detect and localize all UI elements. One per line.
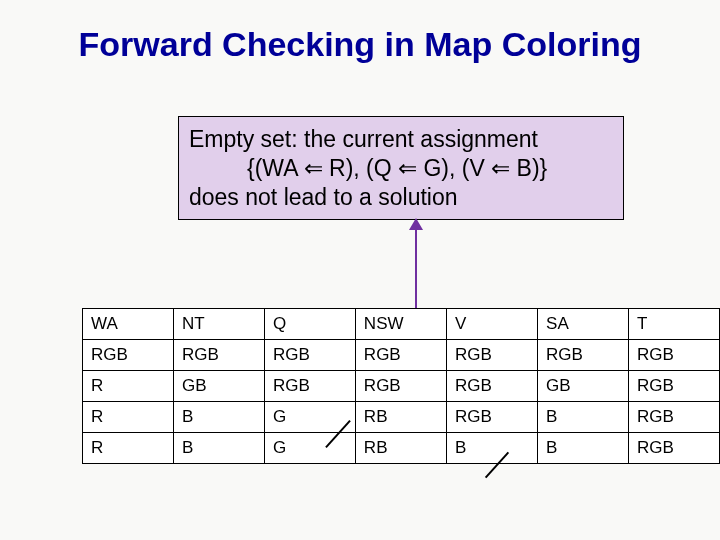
table-header-row: WA NT Q NSW V SA T	[83, 309, 720, 340]
cell: R	[83, 371, 174, 402]
callout-line-2: {(WA ⇐ R), (Q ⇐ G), (V ⇐ B)}	[189, 154, 613, 183]
table-row: R B G RB RGB B RGB	[83, 402, 720, 433]
th-nt: NT	[173, 309, 264, 340]
slide: Forward Checking in Map Coloring Empty s…	[0, 0, 720, 540]
cell: G	[264, 433, 355, 464]
callout-box: Empty set: the current assignment {(WA ⇐…	[178, 116, 624, 220]
th-sa: SA	[538, 309, 629, 340]
th-q: Q	[264, 309, 355, 340]
domain-table: WA NT Q NSW V SA T RGB RGB RGB RGB RGB R…	[82, 308, 720, 464]
arrow-head-icon	[409, 218, 423, 230]
cell: R	[83, 433, 174, 464]
cell: B	[447, 433, 538, 464]
th-wa: WA	[83, 309, 174, 340]
cell: RGB	[629, 402, 720, 433]
cell: B	[538, 402, 629, 433]
cell: RGB	[629, 371, 720, 402]
cell: R	[83, 402, 174, 433]
cell: RGB	[629, 340, 720, 371]
th-v: V	[447, 309, 538, 340]
cell: B	[173, 402, 264, 433]
cell: RGB	[83, 340, 174, 371]
cell: RB	[355, 402, 446, 433]
callout-line-3: does not lead to a solution	[189, 183, 613, 212]
th-t: T	[629, 309, 720, 340]
cell: RGB	[355, 371, 446, 402]
cell: GB	[173, 371, 264, 402]
cell: GB	[538, 371, 629, 402]
cell: RGB	[355, 340, 446, 371]
cell: RGB	[538, 340, 629, 371]
cell: RGB	[447, 402, 538, 433]
cell: RGB	[629, 433, 720, 464]
cell: RGB	[173, 340, 264, 371]
cell: RB	[355, 433, 446, 464]
cell: RGB	[264, 371, 355, 402]
cell: B	[538, 433, 629, 464]
table-row: R B G RB B B RGB	[83, 433, 720, 464]
th-nsw: NSW	[355, 309, 446, 340]
table-row: R GB RGB RGB RGB GB RGB	[83, 371, 720, 402]
table-row: RGB RGB RGB RGB RGB RGB RGB	[83, 340, 720, 371]
callout-line-1: Empty set: the current assignment	[189, 125, 613, 154]
cell: B	[173, 433, 264, 464]
cell: RGB	[264, 340, 355, 371]
slide-title: Forward Checking in Map Coloring	[0, 0, 720, 63]
cell: RGB	[447, 340, 538, 371]
cell: RGB	[447, 371, 538, 402]
